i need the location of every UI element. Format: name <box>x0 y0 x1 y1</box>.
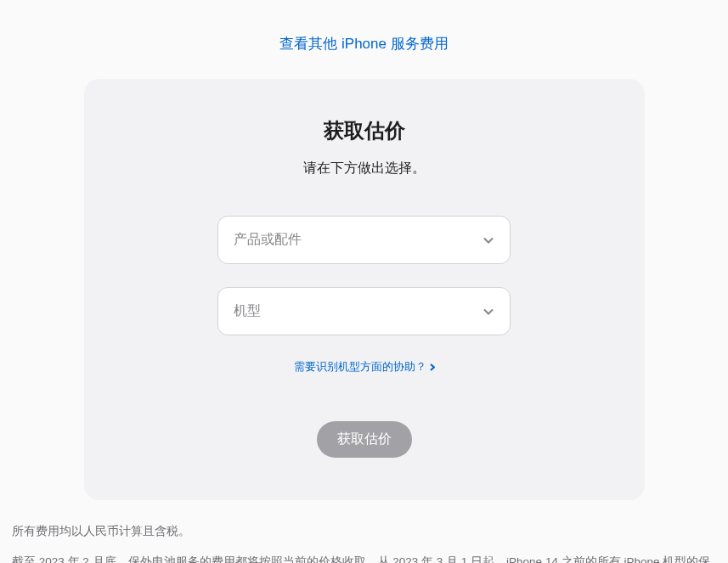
help-link-label: 需要识别机型方面的协助？ <box>294 359 426 374</box>
product-select-placeholder: 产品或配件 <box>234 231 302 249</box>
footer-line-1: 所有费用均以人民币计算且含税。 <box>12 521 716 543</box>
product-select[interactable]: 产品或配件 <box>217 216 511 264</box>
chevron-down-icon <box>483 234 494 246</box>
identify-model-help-link[interactable]: 需要识别机型方面的协助？ <box>294 359 435 374</box>
get-estimate-button[interactable]: 获取估价 <box>317 421 412 458</box>
card-subtitle: 请在下方做出选择。 <box>135 160 594 177</box>
footer-notes: 所有费用均以人民币计算且含税。 截至 2023 年 2 月底，保外电池服务的费用… <box>0 500 728 563</box>
chevron-right-icon <box>430 363 435 371</box>
chevron-down-icon <box>483 306 494 318</box>
model-select-placeholder: 机型 <box>234 302 261 320</box>
estimate-card: 获取估价 请在下方做出选择。 产品或配件 机型 需要识别机型方面的协助？ 获取估… <box>84 79 645 500</box>
other-services-link[interactable]: 查看其他 iPhone 服务费用 <box>279 36 448 52</box>
footer-line-2: 截至 2023 年 2 月底，保外电池服务的费用都将按照当前的价格收取。从 20… <box>12 551 716 563</box>
card-title: 获取估价 <box>135 117 594 144</box>
model-select[interactable]: 机型 <box>217 287 511 335</box>
